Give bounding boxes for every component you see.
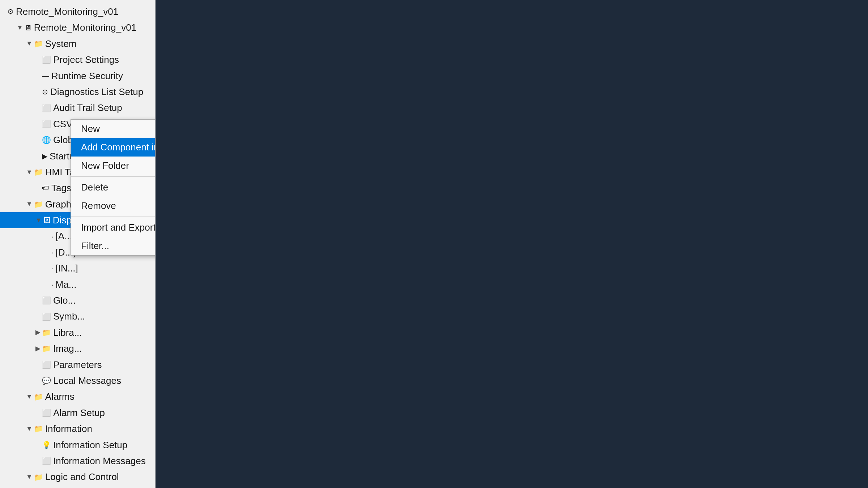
- csv-icon: ⬜: [42, 119, 51, 129]
- info-setup-icon: 💡: [42, 440, 51, 450]
- project-icon: 🖥: [25, 23, 32, 33]
- hmi-tags-icon: 📁: [34, 167, 43, 177]
- context-menu-remove-label: Remove: [81, 200, 116, 211]
- system-arrow: [26, 39, 33, 48]
- proj-settings-label: Project Settings: [53, 53, 119, 66]
- libraries-label: Libra...: [53, 326, 82, 339]
- context-menu-separator-2: [71, 217, 156, 217]
- root-label: Remote_Monitoring_v01: [16, 5, 118, 18]
- alarm-setup-icon: ⬜: [42, 408, 51, 418]
- tree-parameters[interactable]: ⬜ Parameters: [0, 357, 155, 373]
- info-setup-label: Information Setup: [53, 438, 127, 451]
- sidebar-panel[interactable]: ⚙ Remote_Monitoring_v01 🖥 Remote_Monitor…: [0, 0, 156, 488]
- libraries-icon: 📁: [42, 328, 51, 338]
- context-menu-filter-label: Filter...: [81, 240, 109, 252]
- local-msg-arrow: [35, 376, 41, 385]
- tree-project-settings[interactable]: ⬜ Project Settings: [0, 52, 155, 68]
- info-msg-icon: ⬜: [42, 456, 51, 466]
- context-menu-import-export-label: Import and Export...: [81, 222, 156, 233]
- local-msg-icon: 💬: [42, 376, 51, 386]
- display-ma-arrow: [45, 280, 50, 289]
- audit-icon: ⬜: [42, 103, 51, 113]
- tags-arrow: [35, 184, 41, 193]
- context-menu-remove[interactable]: Remove: [71, 197, 156, 215]
- parameters-arrow: [35, 360, 41, 369]
- symbols-arrow: [35, 312, 41, 321]
- images-arrow: [35, 344, 41, 353]
- diag-arrow: [35, 87, 41, 97]
- tree-macros[interactable]: ⬜ Macros: [0, 485, 155, 488]
- tree-alarm-setup[interactable]: ⬜ Alarm Setup: [0, 405, 155, 421]
- local-msg-label: Local Messages: [53, 374, 121, 387]
- tree-system[interactable]: 📁 System: [0, 36, 155, 52]
- context-menu-separator-1: [71, 176, 156, 177]
- audit-label: Audit Trail Setup: [53, 101, 122, 114]
- tree-runtime-security[interactable]: — Runtime Security: [0, 68, 155, 84]
- tree-display-ma[interactable]: · Ma...: [0, 277, 155, 292]
- global-conn-icon: 🌐: [42, 135, 51, 145]
- runtime-sec-arrow: [35, 71, 41, 80]
- context-menu-filter[interactable]: Filter...: [71, 237, 156, 255]
- main-content: [156, 0, 868, 488]
- tree-symbols[interactable]: ⬜ Symb...: [0, 308, 155, 324]
- tree-diagnostics[interactable]: ⊙ Diagnostics List Setup: [0, 84, 155, 100]
- global-conn-arrow: [35, 136, 41, 145]
- display-in-label: [IN...]: [56, 262, 78, 275]
- tree-alarms[interactable]: 📁 Alarms: [0, 389, 155, 404]
- tree-local-messages[interactable]: 💬 Local Messages: [0, 373, 155, 389]
- display-ma-icon: ·: [51, 279, 54, 290]
- display-d-arrow: [45, 248, 50, 257]
- information-arrow: [26, 424, 33, 433]
- alarms-icon: 📁: [34, 392, 43, 402]
- display-in-icon: ·: [51, 263, 54, 273]
- context-menu-new[interactable]: New: [71, 120, 156, 138]
- hmi-tags-arrow: [26, 168, 33, 177]
- display-d-icon: ·: [51, 247, 54, 257]
- display-in-arrow: [45, 264, 50, 273]
- startup-arrow: [35, 151, 41, 160]
- graphics-icon: 📁: [34, 199, 43, 209]
- images-icon: 📁: [42, 343, 51, 354]
- context-menu-new-label: New: [81, 123, 100, 134]
- tree-information-messages[interactable]: ⬜ Information Messages: [0, 453, 155, 469]
- tags-label: Tags: [51, 181, 71, 194]
- graphics-arrow: [26, 200, 33, 209]
- context-menu[interactable]: New Add Component into Project... New Fo…: [71, 119, 156, 256]
- context-menu-add-component[interactable]: Add Component into Project...: [71, 138, 156, 157]
- information-label: Information: [45, 422, 92, 435]
- tree-information-setup[interactable]: 💡 Information Setup: [0, 437, 155, 453]
- logic-label: Logic and Control: [45, 470, 119, 483]
- alarms-arrow: [26, 392, 33, 401]
- tree-libraries[interactable]: 📁 Libra...: [0, 325, 155, 341]
- root-icon: ⚙: [7, 7, 14, 17]
- system-folder-icon: 📁: [34, 39, 43, 49]
- context-menu-new-folder-label: New Folder: [81, 160, 129, 171]
- symbols-label: Symb...: [53, 310, 85, 323]
- tree-images[interactable]: 📁 Imag...: [0, 341, 155, 356]
- images-label: Imag...: [53, 342, 82, 355]
- tree-global-scripts[interactable]: ⬜ Glo...: [0, 292, 155, 308]
- project-label: Remote_Monitoring_v01: [34, 21, 136, 34]
- tree-audit-trail[interactable]: ⬜ Audit Trail Setup: [0, 100, 155, 116]
- alarm-setup-arrow: [35, 408, 41, 417]
- context-menu-add-component-label: Add Component into Project...: [81, 142, 156, 153]
- global-scripts-label: Glo...: [53, 294, 76, 307]
- info-msg-label: Information Messages: [53, 454, 146, 467]
- proj-settings-icon: ⬜: [42, 55, 51, 65]
- context-menu-new-folder[interactable]: New Folder: [71, 157, 156, 175]
- context-menu-delete[interactable]: Delete: [71, 178, 156, 197]
- tree-project[interactable]: 🖥 Remote_Monitoring_v01: [0, 20, 155, 35]
- global-scripts-icon: ⬜: [42, 295, 51, 305]
- display-ma-label: Ma...: [56, 278, 77, 291]
- logic-icon: 📁: [34, 472, 43, 482]
- display-a-icon: ·: [51, 231, 54, 241]
- context-menu-import-export[interactable]: Import and Export...: [71, 218, 156, 237]
- logic-arrow: [26, 472, 33, 481]
- tree-root[interactable]: ⚙ Remote_Monitoring_v01: [0, 4, 155, 20]
- alarms-label: Alarms: [45, 390, 75, 403]
- audit-arrow: [35, 103, 41, 112]
- tree-information[interactable]: 📁 Information: [0, 421, 155, 437]
- parameters-icon: ⬜: [42, 360, 51, 370]
- tree-logic-control[interactable]: 📁 Logic and Control: [0, 469, 155, 485]
- tree-display-in[interactable]: · [IN...]: [0, 260, 155, 276]
